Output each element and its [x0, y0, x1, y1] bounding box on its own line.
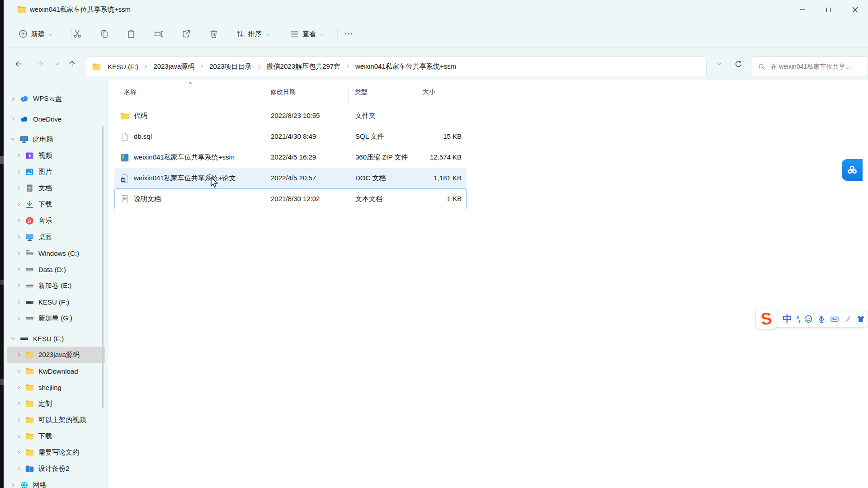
maximize-button[interactable]: [816, 0, 842, 19]
rename-button[interactable]: [154, 26, 164, 42]
sidebar-item-KESU (F:)[interactable]: KESU (F:): [7, 294, 105, 310]
copy-button[interactable]: [99, 26, 109, 42]
minimize-button[interactable]: [789, 0, 816, 19]
breadcrumb-item[interactable]: 微信2023解压包共297套: [267, 62, 340, 71]
sidebar-item-音乐[interactable]: 音乐: [7, 212, 105, 229]
sidebar-item-定制[interactable]: 定制: [7, 395, 105, 412]
search-box[interactable]: [752, 56, 868, 76]
sidebar-item-新加卷 (G:)[interactable]: 新加卷 (G:): [7, 310, 105, 326]
sidebar-item-桌面[interactable]: 桌面: [7, 229, 105, 245]
chevron-right-icon[interactable]: [345, 64, 350, 69]
breadcrumb-item[interactable]: weixin041私家车位共享系统+ssm: [355, 62, 456, 71]
chevron-right-icon[interactable]: [16, 300, 21, 305]
chevron-right-icon[interactable]: [16, 466, 21, 471]
sidebar-item-图片[interactable]: 图片: [7, 164, 105, 180]
chevron-right-icon[interactable]: [143, 64, 148, 69]
sidebar-item-下载[interactable]: 下载: [7, 428, 105, 444]
address-bar[interactable]: KESU (F:)2023java源码2023项目目录微信2023解压包共297…: [86, 56, 707, 76]
chevron-right-icon[interactable]: [257, 64, 262, 69]
chevron-right-icon[interactable]: [16, 218, 21, 223]
file-row[interactable]: 说明文档2021/8/30 12:02文本文档1 KB: [114, 188, 467, 209]
baidu-netdisk-widget[interactable]: [842, 159, 868, 181]
baidu-netdisk-icon[interactable]: [842, 159, 863, 181]
chevron-right-icon[interactable]: [16, 202, 21, 207]
column-header-type[interactable]: 类型: [355, 88, 368, 103]
chevron-right-icon[interactable]: [16, 186, 21, 191]
chevron-right-icon[interactable]: [16, 153, 21, 158]
sidebar-item-网络[interactable]: 网络: [7, 477, 105, 488]
sidebar-item-OneDrive[interactable]: OneDrive: [7, 111, 105, 127]
sidebar-item-视频[interactable]: 视频: [7, 147, 105, 164]
sidebar-item-KwDownload[interactable]: KwDownload: [7, 363, 105, 379]
chevron-right-icon[interactable]: [16, 352, 21, 357]
keyboard-icon[interactable]: [830, 314, 839, 324]
more-options-button[interactable]: [344, 26, 354, 42]
share-button[interactable]: [181, 26, 191, 42]
view-button[interactable]: 查看: [289, 26, 325, 42]
sidebar-item-shejiing[interactable]: shejiing: [7, 379, 105, 395]
breadcrumb-item[interactable]: KESU (F:): [108, 63, 138, 70]
column-divider[interactable]: [348, 90, 349, 102]
sidebar-item-设计备份2[interactable]: 设计备份2: [7, 460, 105, 477]
chevron-right-icon[interactable]: [16, 418, 21, 422]
sidebar-item-下载[interactable]: 下载: [7, 196, 105, 212]
column-divider[interactable]: [265, 90, 265, 102]
chevron-right-icon[interactable]: [16, 267, 21, 272]
delete-button[interactable]: [209, 26, 219, 42]
chevron-right-icon[interactable]: [16, 235, 21, 239]
sidebar-item-可以上架的视频[interactable]: 可以上架的视频: [7, 412, 105, 428]
chevron-down-icon[interactable]: [11, 137, 16, 142]
chevron-down-icon[interactable]: [11, 336, 16, 341]
chevron-right-icon[interactable]: [16, 434, 21, 439]
chevron-right-icon[interactable]: [16, 251, 21, 256]
chevron-right-icon[interactable]: [16, 385, 21, 390]
sidebar-item-文档[interactable]: 文档: [7, 180, 105, 196]
microphone-icon[interactable]: [817, 314, 826, 324]
chevron-right-icon[interactable]: [16, 169, 21, 174]
search-input[interactable]: [771, 63, 862, 70]
sort-button[interactable]: 排序: [235, 26, 270, 42]
emoji-icon[interactable]: [804, 314, 813, 324]
cut-button[interactable]: [72, 26, 82, 42]
close-button[interactable]: [842, 0, 868, 19]
sidebar-item-需要写论文的[interactable]: 需要写论文的: [7, 444, 105, 460]
sidebar-item-Data (D:)[interactable]: Data (D:): [7, 261, 105, 277]
up-button[interactable]: [64, 56, 80, 71]
sidebar-scrollbar[interactable]: [102, 126, 104, 408]
breadcrumb-item[interactable]: 2023项目目录: [209, 62, 251, 71]
file-row[interactable]: weixin041私家车位共享系统+ssm2022/4/5 16:29360压缩…: [114, 147, 467, 168]
sidebar-item-WPS云盘[interactable]: WPS云盘: [7, 90, 105, 107]
sidebar-item-新加卷 (E:)[interactable]: 新加卷 (E:): [7, 277, 105, 294]
sidebar-item-此电脑[interactable]: 此电脑: [7, 131, 105, 147]
forward-button[interactable]: [32, 56, 47, 71]
column-header-size[interactable]: 大小: [423, 88, 435, 103]
back-button[interactable]: [11, 56, 26, 71]
sidebar-item-KESU (F:)[interactable]: KESU (F:): [7, 330, 105, 347]
sidebar-item-2023java源码[interactable]: 2023java源码: [7, 347, 105, 363]
chevron-right-icon[interactable]: [16, 450, 21, 455]
chevron-right-icon[interactable]: [11, 483, 16, 488]
chevron-right-icon[interactable]: [16, 316, 21, 321]
chevron-right-icon[interactable]: [16, 283, 21, 288]
refresh-button[interactable]: [731, 56, 746, 71]
file-row[interactable]: 代码2022/8/23 10:55文件夹: [114, 105, 467, 126]
column-divider[interactable]: [417, 90, 417, 102]
file-row[interactable]: Wweixin041私家车位共享系统+论文2022/4/5 20:57DOC 文…: [114, 168, 467, 188]
file-row[interactable]: db.sql2021/4/30 8:49SQL 文件15 KB: [114, 126, 467, 147]
new-button[interactable]: 新建: [18, 26, 53, 42]
paste-button[interactable]: [126, 26, 136, 42]
skin-icon[interactable]: [856, 314, 865, 324]
sidebar-item-Windows (C:)[interactable]: Windows (C:): [7, 245, 105, 261]
handwriting-icon[interactable]: [843, 314, 852, 324]
chevron-right-icon[interactable]: [16, 401, 21, 406]
chevron-right-icon[interactable]: [199, 64, 204, 69]
chevron-right-icon[interactable]: [16, 369, 21, 374]
column-divider[interactable]: [464, 90, 464, 102]
chevron-right-icon[interactable]: [11, 96, 16, 101]
column-header-modified[interactable]: 修改日期: [270, 88, 296, 103]
breadcrumb-item[interactable]: 2023java源码: [153, 62, 194, 71]
address-dropdown-button[interactable]: [711, 56, 726, 71]
ime-chinese-mode[interactable]: 中: [783, 313, 792, 325]
recent-locations-button[interactable]: [49, 56, 65, 71]
column-header-name[interactable]: 名称: [124, 88, 137, 103]
